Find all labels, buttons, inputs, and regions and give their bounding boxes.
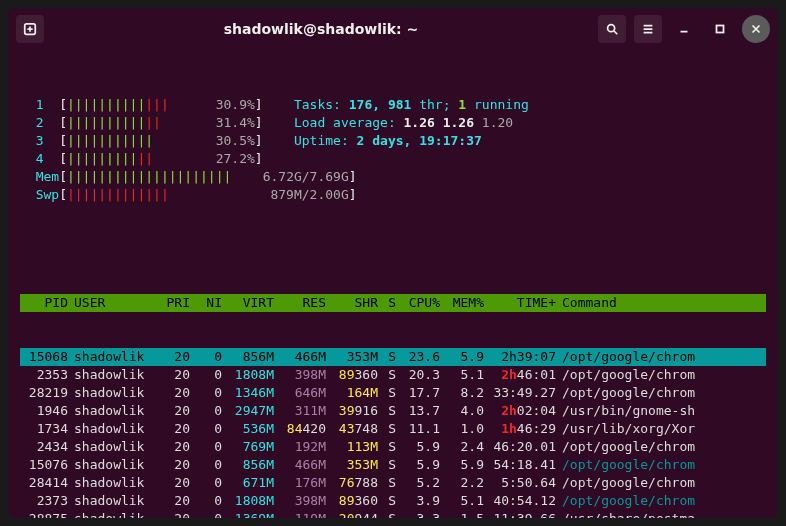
process-header[interactable]: PIDUSERPRINIVIRTRESSHRSCPU%MEM%TIME+Comm… (20, 294, 766, 312)
menu-button[interactable] (634, 15, 662, 43)
desktop: shadowlik@shadowlik: ~ 1 [||||||||||||| … (0, 0, 786, 526)
cpu-meter-2: 2 [|||||||||||| 31.4%] Load average: 1.2… (20, 114, 766, 132)
process-row[interactable]: 28219shadowlik2001346M646M164MS17.78.233… (20, 384, 766, 402)
close-button[interactable] (742, 15, 770, 43)
swp-meter: Swp[||||||||||||| 879M/2.00G] (20, 186, 766, 204)
svg-point-1 (608, 25, 615, 32)
process-row[interactable]: 2353shadowlik2001808M398M89360S20.35.12h… (20, 366, 766, 384)
process-row[interactable]: 2434shadowlik200769M192M113MS5.92.446:20… (20, 438, 766, 456)
minimize-button[interactable] (670, 15, 698, 43)
new-tab-button[interactable] (16, 15, 44, 43)
terminal-window: shadowlik@shadowlik: ~ 1 [||||||||||||| … (8, 8, 778, 518)
svg-rect-2 (717, 26, 724, 33)
process-row[interactable]: 1946shadowlik2002947M311M39916S13.74.02h… (20, 402, 766, 420)
process-row[interactable]: 15076shadowlik200856M466M353MS5.95.954:1… (20, 456, 766, 474)
search-button[interactable] (598, 15, 626, 43)
cpu-meter-3: 3 [||||||||||| 30.5%] Uptime: 2 days, 19… (20, 132, 766, 150)
maximize-button[interactable] (706, 15, 734, 43)
cpu-meter-4: 4 [||||||||||| 27.2%] (20, 150, 766, 168)
process-row[interactable]: 28875shadowlik2001369M119M20944S3.31.511… (20, 510, 766, 518)
process-row[interactable]: 1734shadowlik200536M8442043748S11.11.01h… (20, 420, 766, 438)
cpu-meter-1: 1 [||||||||||||| 30.9%] Tasks: 176, 981 … (20, 96, 766, 114)
process-row[interactable]: 15068shadowlik200856M466M353MS23.65.92h3… (20, 348, 766, 366)
titlebar[interactable]: shadowlik@shadowlik: ~ (8, 8, 778, 50)
process-row[interactable]: 28414shadowlik200671M176M76788S5.22.25:5… (20, 474, 766, 492)
terminal-content[interactable]: 1 [||||||||||||| 30.9%] Tasks: 176, 981 … (8, 50, 778, 518)
window-title: shadowlik@shadowlik: ~ (52, 21, 590, 37)
mem-meter: Mem[||||||||||||||||||||| 6.72G/7.69G] (20, 168, 766, 186)
process-row[interactable]: 2373shadowlik2001808M398M89360S3.95.140:… (20, 492, 766, 510)
